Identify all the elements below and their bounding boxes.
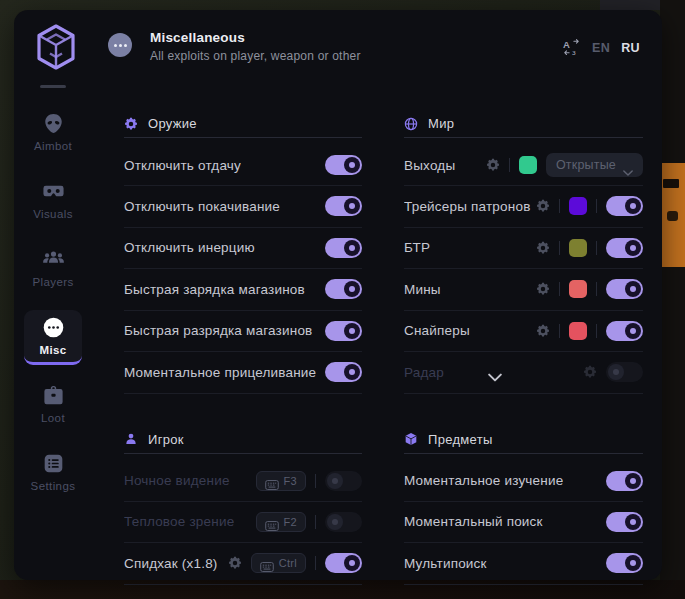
- app-logo-cube-icon: [36, 23, 76, 71]
- toggle[interactable]: [325, 512, 362, 532]
- feature-label: Мультипоиск: [404, 556, 487, 571]
- section-title: Мир: [428, 116, 454, 131]
- toggle-knob: [344, 364, 360, 380]
- color-swatch[interactable]: [569, 197, 587, 215]
- content-column: ОружиеОтключить отдачуОтключить покачива…: [124, 110, 362, 585]
- game-background-orange-sign: [661, 163, 685, 267]
- language-switcher: A з EN RU: [562, 38, 640, 57]
- control-separator: [559, 324, 560, 338]
- keyboard-icon: [265, 517, 279, 527]
- language-option-ru[interactable]: RU: [621, 41, 640, 55]
- color-swatch[interactable]: [519, 156, 537, 174]
- page-dots-icon: [108, 33, 132, 57]
- sidebar-item-label: Settings: [31, 480, 76, 492]
- control-separator: [315, 556, 316, 570]
- gear-icon[interactable]: [486, 158, 500, 172]
- toggle[interactable]: [606, 553, 643, 573]
- section-title: Игрок: [148, 432, 184, 447]
- row-controls: [325, 155, 362, 175]
- row-controls: [606, 471, 643, 491]
- key-badge[interactable]: F2: [256, 512, 306, 532]
- feature-row: Радар: [404, 352, 643, 394]
- sidebar-divider: [40, 85, 66, 88]
- keyboard-icon: [265, 476, 279, 486]
- toggle-knob: [344, 198, 360, 214]
- section-rows: Отключить отдачуОтключить покачиваниеОтк…: [124, 138, 362, 394]
- section-title: Предметы: [428, 432, 493, 447]
- sidebar-item-aimbot[interactable]: Aimbot: [24, 106, 82, 161]
- feature-row: Отключить инерцию: [124, 228, 362, 270]
- toggle[interactable]: [606, 279, 643, 299]
- control-separator: [596, 199, 597, 213]
- game-background-corner: [600, 0, 660, 10]
- row-controls: F2: [256, 512, 362, 532]
- gear-icon[interactable]: [536, 199, 550, 213]
- feature-label: Трейсеры патронов: [404, 199, 531, 214]
- section-title: Оружие: [148, 116, 197, 131]
- chevron-down-icon[interactable]: [482, 368, 508, 377]
- toggle[interactable]: [325, 471, 362, 491]
- color-swatch[interactable]: [569, 239, 587, 257]
- toggle[interactable]: [325, 155, 362, 175]
- toggle[interactable]: [325, 238, 362, 258]
- sidebar-nav: AimbotVisualsPlayersMiscLootSettings: [24, 106, 82, 501]
- feature-label: Выходы: [404, 158, 455, 173]
- gear-icon[interactable]: [536, 324, 550, 338]
- toggle[interactable]: [325, 279, 362, 299]
- toggle[interactable]: [606, 512, 643, 532]
- language-option-en[interactable]: EN: [592, 41, 610, 55]
- feature-label: Быстрая зарядка магазинов: [124, 282, 305, 297]
- gear-icon[interactable]: [536, 282, 550, 296]
- toggle[interactable]: [606, 362, 643, 382]
- sidebar-item-label: Aimbot: [34, 140, 72, 152]
- row-controls: F3: [256, 471, 362, 491]
- row-controls: [583, 362, 643, 382]
- sidebar-item-settings[interactable]: Settings: [24, 446, 82, 501]
- feature-label: Отключить покачивание: [124, 199, 280, 214]
- translate-icon: A з: [562, 38, 581, 57]
- sidebar-item-misc[interactable]: Misc: [24, 310, 82, 365]
- feature-label: Моментальное изучение: [404, 473, 563, 488]
- cheat-window: Miscellaneous All exploits on player, we…: [14, 10, 662, 580]
- content-columns: ОружиеОтключить отдачуОтключить покачива…: [124, 110, 643, 585]
- row-controls: [606, 553, 643, 573]
- gear-icon[interactable]: [583, 365, 597, 379]
- vr-headset-icon: [42, 180, 65, 203]
- toggle[interactable]: [606, 321, 643, 341]
- toggle[interactable]: [606, 238, 643, 258]
- toggle[interactable]: [325, 196, 362, 216]
- sidebar-item-visuals[interactable]: Visuals: [24, 174, 82, 229]
- section-header: Предметы: [404, 426, 643, 454]
- globe-icon: [404, 117, 418, 131]
- gear-icon: [124, 117, 138, 131]
- dropdown-value: Открытые: [556, 158, 616, 172]
- feature-label: Отключить отдачу: [124, 158, 241, 173]
- toggle[interactable]: [325, 321, 362, 341]
- person-icon: [124, 432, 138, 446]
- key-badge[interactable]: F3: [256, 471, 306, 491]
- chevron-down-icon: [623, 162, 633, 168]
- color-swatch[interactable]: [569, 280, 587, 298]
- toggle[interactable]: [606, 471, 643, 491]
- game-background-strip: [660, 0, 685, 599]
- key-badge[interactable]: Ctrl: [251, 553, 306, 573]
- sidebar-item-label: Visuals: [33, 208, 73, 220]
- box-icon: [404, 432, 418, 446]
- toggle[interactable]: [325, 362, 362, 382]
- gear-icon[interactable]: [228, 556, 242, 570]
- dropdown[interactable]: Открытые: [546, 153, 643, 177]
- dots-circle-icon: [42, 316, 65, 339]
- feature-row: Снайперы: [404, 311, 643, 353]
- sidebar-item-players[interactable]: Players: [24, 242, 82, 297]
- feature-label: БТР: [404, 240, 430, 255]
- toggle[interactable]: [606, 196, 643, 216]
- toggle[interactable]: [325, 553, 362, 573]
- feature-label: Спидхак (x1.8): [124, 556, 218, 571]
- toggle-knob: [327, 473, 343, 489]
- page-header: Miscellaneous All exploits on player, we…: [150, 30, 361, 63]
- color-swatch[interactable]: [569, 322, 587, 340]
- row-controls: [325, 238, 362, 258]
- gear-icon[interactable]: [536, 241, 550, 255]
- toggle-knob: [608, 364, 624, 380]
- sidebar-item-loot[interactable]: Loot: [24, 378, 82, 433]
